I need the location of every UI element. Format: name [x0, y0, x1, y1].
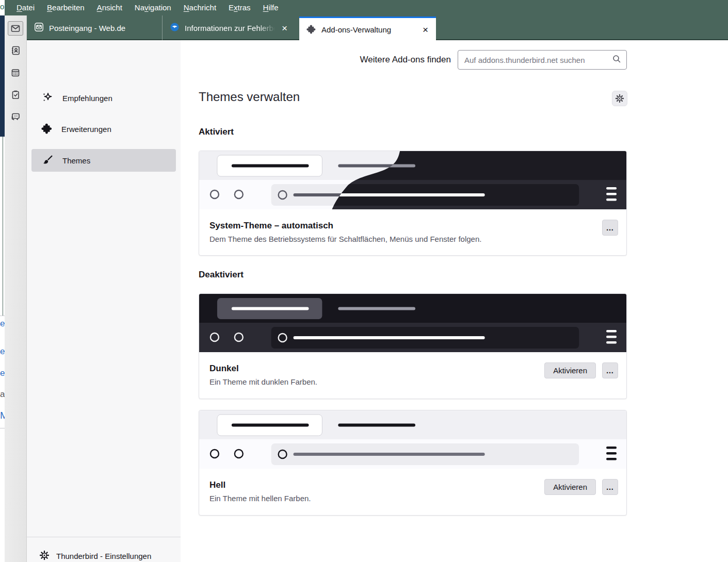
background-window-border — [3, 137, 3, 316]
separator — [0, 316, 5, 316]
close-icon[interactable]: × — [280, 23, 289, 33]
clipped-text-fragment: o — [0, 2, 4, 11]
more-options-button[interactable]: … — [602, 479, 618, 495]
activate-button[interactable]: Aktivieren — [544, 479, 596, 495]
activate-button[interactable]: Aktivieren — [544, 362, 596, 378]
sidebar-item-label: Themes — [62, 156, 90, 165]
clipped-text-fragment: e — [0, 346, 5, 357]
search-input[interactable] — [464, 56, 612, 64]
sidebar-item-themes[interactable]: Themes — [31, 149, 176, 172]
menu-navigation[interactable]: Navigation — [129, 0, 177, 15]
theme-description: Ein Theme mit dunklen Farben. — [209, 377, 618, 386]
thunderbird-window: o e e e a M Datei Bearbeiten Ansicht Nav… — [0, 0, 728, 562]
theme-description: Dem Theme des Betriebssystems für Schalt… — [209, 235, 618, 243]
addons-sidebar: Empfehlungen Erweiterungen Themes — [27, 40, 181, 562]
theme-preview-dark — [199, 294, 626, 352]
clipped-text-fragment: e — [0, 368, 5, 378]
menu-bearbeiten[interactable]: Bearbeiten — [41, 0, 90, 15]
background-window-sliver: o e e e a M — [0, 0, 5, 562]
mail-space-icon[interactable] — [8, 21, 23, 36]
menu-datei[interactable]: Datei — [11, 0, 40, 15]
tab-label: Posteingang - Web.de — [49, 24, 125, 32]
theme-preview-light — [199, 410, 626, 469]
paintbrush-icon — [41, 154, 54, 168]
sidebar-item-erweiterungen[interactable]: Erweiterungen — [31, 118, 176, 140]
tab-label: Add-ons-Verwaltung — [321, 25, 391, 34]
addons-search-field — [458, 50, 627, 70]
theme-preview-system — [199, 151, 626, 209]
sparkles-icon — [41, 91, 54, 105]
clipped-text-fragment: a — [0, 389, 5, 400]
gear-icon — [39, 550, 50, 562]
section-deaktiviert: Deaktiviert — [199, 270, 244, 280]
spaces-toolbar — [5, 15, 27, 562]
chat-space-icon[interactable] — [8, 110, 23, 124]
tab-bar: Posteingang - Web.de Informationen zur F… — [27, 15, 728, 40]
address-book-space-icon[interactable] — [8, 43, 23, 58]
menu-hilfe[interactable]: Hilfe — [257, 0, 284, 15]
clipped-text-fragment: e — [0, 319, 5, 329]
more-options-button[interactable]: … — [602, 362, 618, 378]
close-icon[interactable]: × — [421, 25, 430, 35]
card-body: Dunkel Ein Theme mit dunklen Farben. Akt… — [199, 352, 626, 386]
sidebar-item-label: Erweiterungen — [61, 125, 111, 134]
separator — [0, 428, 5, 428]
webde-mail-icon — [34, 22, 44, 34]
addons-manager-content: Weitere Add-ons finden Themes verwalten — [181, 40, 728, 562]
find-addons-label: Weitere Add-ons finden — [360, 55, 451, 65]
footer-label: Thunderbird - Einstellungen — [56, 552, 151, 560]
menu-nachricht[interactable]: Nachricht — [178, 0, 222, 15]
background-window-edge — [0, 15, 5, 137]
tab-addons-verwaltung[interactable]: Add-ons-Verwaltung × — [299, 16, 436, 41]
thunderbird-settings-link[interactable]: Thunderbird - Einstellungen — [27, 537, 181, 562]
search-icon[interactable] — [612, 54, 621, 65]
menubar: Datei Bearbeiten Ansicht Navigation Nach… — [5, 0, 728, 15]
calendar-space-icon[interactable] — [8, 65, 23, 80]
sidebar-item-label: Empfehlungen — [62, 94, 112, 103]
tasks-space-icon[interactable] — [8, 88, 23, 102]
clipped-text-fragment: M — [0, 410, 5, 421]
puzzle-icon — [41, 123, 53, 136]
search-row: Weitere Add-ons finden — [181, 50, 627, 70]
theme-card-hell: Hell Ein Theme mit hellen Farben. Aktivi… — [199, 410, 627, 516]
thunderbird-icon — [170, 22, 180, 34]
theme-name: System-Theme – automatisch — [209, 221, 618, 231]
menu-ansicht[interactable]: Ansicht — [91, 0, 128, 15]
more-options-button[interactable]: … — [602, 220, 618, 236]
sidebar-item-empfehlungen[interactable]: Empfehlungen — [31, 87, 176, 109]
theme-description: Ein Theme mit hellen Farben. — [209, 494, 618, 503]
addons-puzzle-icon — [306, 24, 316, 36]
tools-for-all-addons-button[interactable] — [612, 91, 627, 106]
card-body: Hell Ein Theme mit hellen Farben. Aktivi… — [199, 469, 626, 503]
tab-informationen[interactable]: Informationen zur Fehlerbeh × — [162, 15, 295, 40]
tab-posteingang[interactable]: Posteingang - Web.de — [27, 15, 162, 40]
page-title: Themes verwalten — [199, 90, 300, 104]
tab-label: Informationen zur Fehlerbeh — [185, 24, 275, 32]
theme-card-dunkel: Dunkel Ein Theme mit dunklen Farben. Akt… — [199, 293, 627, 399]
section-aktiviert: Aktiviert — [199, 127, 234, 137]
menu-extras[interactable]: Extras — [223, 0, 256, 15]
theme-card-system: System-Theme – automatisch Dem Theme des… — [199, 151, 627, 256]
card-body: System-Theme – automatisch Dem Theme des… — [199, 209, 626, 243]
